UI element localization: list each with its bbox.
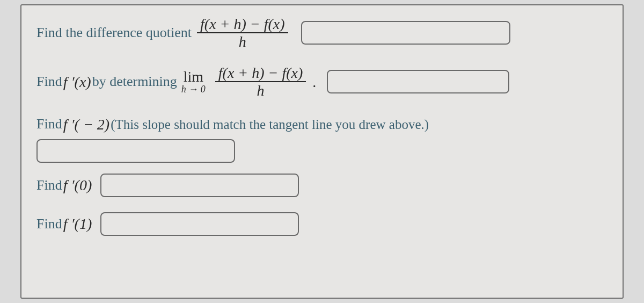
q2-answer-input[interactable] xyxy=(327,70,509,93)
q2-by: by determining xyxy=(92,72,177,91)
q2-func: f ′(x) xyxy=(63,71,91,92)
fraction-numerator: f(x + h) − f(x) xyxy=(197,16,288,32)
q4-prompt: Find f ′(0) xyxy=(36,175,93,196)
q1-text: Find the difference quotient xyxy=(36,23,192,42)
q1-answer-input[interactable] xyxy=(301,21,510,45)
q5-find: Find xyxy=(36,214,62,234)
q2-prompt: Find f ′(x) by determining lim h → 0 f(x… xyxy=(36,65,319,99)
q3-input-wrap xyxy=(36,139,608,163)
q5-prompt: Find f ′(1) xyxy=(36,213,93,234)
q2-find: Find xyxy=(36,72,62,91)
q3-find: Find xyxy=(36,114,62,134)
q3-note: (This slope should match the tangent lin… xyxy=(111,115,429,134)
limit-fraction: f(x + h) − f(x) h xyxy=(215,65,306,99)
question-difference-quotient: Find the difference quotient f(x + h) − … xyxy=(36,16,608,50)
q4-func: f ′(0) xyxy=(63,175,92,196)
limit-label: lim xyxy=(184,69,203,84)
question-fprime-x: Find f ′(x) by determining lim h → 0 f(x… xyxy=(36,65,608,99)
limit-subscript: h → 0 xyxy=(181,84,206,94)
q2-period: . xyxy=(312,71,316,92)
q3-answer-input[interactable] xyxy=(36,139,235,163)
question-panel: Find the difference quotient f(x + h) − … xyxy=(20,4,624,299)
question-fprime-1: Find f ′(1) xyxy=(36,212,608,236)
q3-func: f ′( − 2) xyxy=(63,114,109,135)
q1-prompt: Find the difference quotient f(x + h) − … xyxy=(36,16,294,50)
limit-expression: lim h → 0 xyxy=(181,69,206,94)
question-fprime-0: Find f ′(0) xyxy=(36,174,608,197)
q5-func: f ′(1) xyxy=(63,213,92,234)
q4-find: Find xyxy=(36,176,62,195)
q5-answer-input[interactable] xyxy=(100,212,299,236)
difference-quotient-fraction: f(x + h) − f(x) h xyxy=(197,16,288,50)
fraction-denominator: h xyxy=(254,82,268,98)
fraction-numerator: f(x + h) − f(x) xyxy=(215,65,306,81)
fraction-denominator: h xyxy=(236,33,250,49)
question-fprime-neg2: Find f ′( − 2) (This slope should match … xyxy=(36,114,608,163)
q4-answer-input[interactable] xyxy=(100,174,299,197)
q3-prompt: Find f ′( − 2) (This slope should match … xyxy=(36,114,429,135)
